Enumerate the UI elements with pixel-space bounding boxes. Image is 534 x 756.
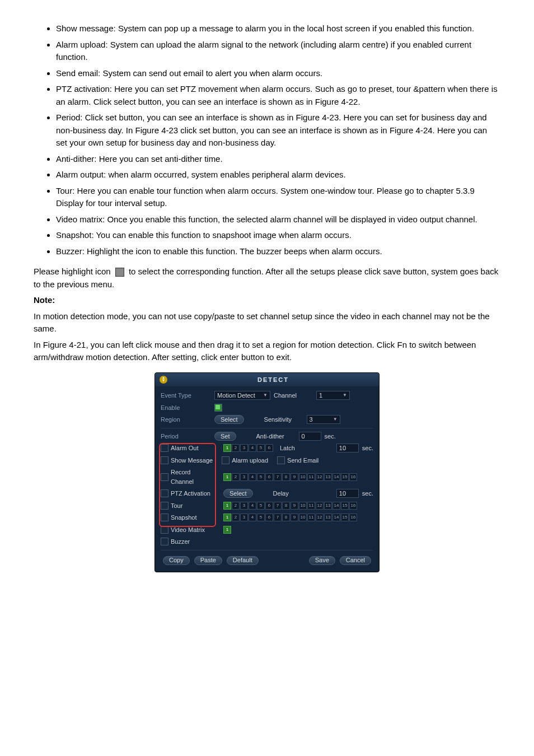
bullet-item: Show message: System can pop up a messag…: [56, 22, 500, 35]
delay-input[interactable]: 10: [336, 489, 359, 498]
buzzer-checkbox[interactable]: [161, 538, 168, 545]
default-button[interactable]: Default: [227, 556, 259, 565]
alarm-out-label: Alarm Out: [171, 444, 214, 453]
sec-label: sec.: [325, 432, 336, 441]
latch-input[interactable]: 10: [336, 444, 359, 452]
event-type-label: Event Type: [161, 391, 211, 400]
anti-dither-input[interactable]: 0: [299, 432, 321, 441]
tour-channel-grid[interactable]: 12345678910111213141516: [223, 502, 357, 510]
channel-label: Channel: [274, 391, 313, 400]
alarm-out-checkbox[interactable]: [161, 444, 168, 452]
runner-icon: [160, 376, 167, 384]
bullet-item: Video matrix: Once you enable this funct…: [56, 213, 500, 226]
tour-label: Tour: [171, 501, 214, 511]
svg-point-0: [163, 377, 165, 379]
separator: [161, 550, 373, 550]
save-button[interactable]: Save: [309, 556, 335, 565]
snapshot-channel-grid[interactable]: 12345678910111213141516: [223, 514, 357, 521]
separator: [161, 428, 373, 428]
record-channel-grid[interactable]: 12345678910111213141516: [223, 473, 357, 481]
latch-label: Latch: [280, 444, 295, 453]
tour-checkbox[interactable]: [161, 502, 168, 510]
text-pre: Please highlight icon: [34, 267, 113, 276]
period-label: Period: [161, 432, 211, 441]
send-email-label: Send Email: [287, 456, 318, 465]
chevron-down-icon: ▼: [333, 416, 338, 423]
bullet-item: PTZ activation: Here you can set PTZ mov…: [56, 83, 500, 108]
ptz-activation-label: PTZ Activation: [171, 489, 214, 498]
video-matrix-checkbox[interactable]: [161, 526, 168, 534]
video-matrix-grid[interactable]: 1: [223, 526, 231, 534]
copy-button[interactable]: Copy: [163, 556, 190, 565]
alarm-upload-checkbox[interactable]: [222, 456, 229, 464]
feature-bullet-list: Show message: System can pop up a messag…: [34, 22, 500, 258]
bullet-item: Tour: Here you can enable tour function …: [56, 185, 500, 210]
show-message-label: Show Message: [171, 456, 213, 465]
channel-select[interactable]: 1▼: [316, 391, 350, 400]
dialog-titlebar: DETECT: [155, 373, 379, 387]
ptz-select-button[interactable]: Select: [223, 489, 253, 498]
record-channel-checkbox[interactable]: [161, 473, 168, 481]
highlight-instruction: Please highlight icon to select the corr…: [34, 265, 500, 291]
video-matrix-label: Video Matrix: [171, 525, 214, 535]
delay-label: Delay: [273, 489, 301, 498]
alarm-out-channels[interactable]: 123456: [223, 444, 273, 452]
chevron-down-icon: ▼: [263, 392, 268, 399]
enable-label: Enable: [161, 403, 211, 413]
sec-label: sec.: [362, 444, 373, 453]
sensitivity-label: Sensitivity: [264, 415, 303, 424]
sec-label: sec.: [362, 489, 373, 498]
send-email-checkbox[interactable]: [277, 456, 285, 464]
buzzer-label: Buzzer: [171, 537, 190, 547]
bullet-item: Buzzer: Highlight the icon to enable thi…: [56, 245, 500, 258]
anti-dither-label: Anti-dither: [256, 432, 296, 441]
record-channel-label: Record Channel: [171, 468, 214, 486]
bullet-item: Alarm upload: System can upload the alar…: [56, 39, 500, 64]
ptz-activation-checkbox[interactable]: [161, 489, 168, 497]
period-set-button[interactable]: Set: [214, 432, 236, 441]
region-select-button[interactable]: Select: [214, 415, 244, 424]
screenshot-container: DETECT Event Type Motion Detect▼ Channel…: [34, 372, 500, 572]
detect-dialog: DETECT Event Type Motion Detect▼ Channel…: [154, 372, 380, 572]
bullet-item: Send email: System can send out email to…: [56, 67, 500, 80]
paste-button[interactable]: Paste: [194, 556, 222, 565]
enable-checkbox[interactable]: [214, 404, 222, 412]
alarm-upload-label: Alarm upload: [232, 456, 268, 465]
snapshot-checkbox[interactable]: [161, 514, 168, 521]
show-message-checkbox[interactable]: [161, 456, 168, 464]
bullet-item: Anti-dither: Here you can set anti-dithe…: [56, 153, 500, 166]
note-text-2: In Figure 4-21, you can left click mouse…: [34, 339, 500, 364]
snapshot-label: Snapshot: [171, 513, 214, 522]
bullet-item: Alarm output: when alarm occurred, syste…: [56, 169, 500, 181]
bullet-item: Snapshot: You can enable this function t…: [56, 229, 500, 242]
bullet-item: Period: Click set button, you can see an…: [56, 111, 500, 150]
dialog-title: DETECT: [172, 375, 374, 385]
chevron-down-icon: ▼: [343, 392, 347, 399]
region-label: Region: [161, 415, 211, 424]
note-label: Note:: [34, 295, 55, 305]
sensitivity-select[interactable]: 3▼: [307, 415, 340, 424]
note-text-1: In motion detection mode, you can not us…: [34, 310, 500, 335]
cancel-button[interactable]: Cancel: [340, 556, 371, 565]
event-type-select[interactable]: Motion Detect▼: [214, 391, 270, 400]
note-heading: Note:: [34, 294, 500, 307]
highlight-icon: [115, 268, 124, 277]
